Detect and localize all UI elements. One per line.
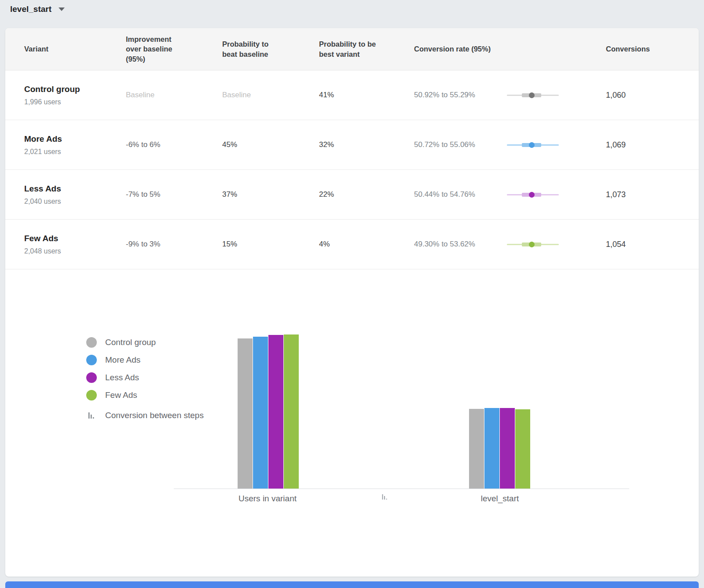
bar-few-ads bbox=[515, 409, 530, 489]
confidence-interval-graphic bbox=[507, 142, 559, 148]
bar-control-group bbox=[469, 409, 484, 489]
bar-chart bbox=[174, 334, 629, 489]
table-row: More Ads 2,021 users -6% to 6% 45% 32% 5… bbox=[5, 120, 699, 170]
confidence-interval-graphic bbox=[507, 92, 559, 99]
conversion-interval-cell bbox=[507, 241, 606, 248]
legend-label: Less Ads bbox=[105, 373, 139, 382]
interval-dot bbox=[529, 92, 535, 98]
prob-best-value: 41% bbox=[319, 91, 414, 99]
variant-name: Less Ads bbox=[24, 184, 126, 194]
variant-name: Control group bbox=[24, 85, 126, 94]
variant-cell: Less Ads 2,040 users bbox=[24, 184, 126, 206]
legend-dot-few-ads bbox=[86, 390, 97, 401]
bar-group-users-in-variant bbox=[238, 334, 299, 489]
conversion-steps-icon bbox=[86, 412, 97, 419]
conversion-rate-range: 50.92% to 55.29% bbox=[414, 91, 507, 99]
table-row: Less Ads 2,040 users -7% to 5% 37% 22% 5… bbox=[5, 170, 699, 220]
prob-best-value: 22% bbox=[319, 190, 414, 199]
conversions-value: 1,073 bbox=[606, 190, 699, 199]
table-row: Control group 1,996 users Baseline Basel… bbox=[5, 70, 699, 120]
interval-dot bbox=[529, 192, 535, 198]
variant-cell: Few Ads 2,048 users bbox=[24, 234, 126, 255]
column-header-prob-beat: Probability to beat baseline bbox=[222, 39, 276, 59]
column-header-prob-best: Probability to be best variant bbox=[319, 39, 377, 59]
bar-group-level-start bbox=[469, 408, 530, 489]
variant-users: 2,040 users bbox=[24, 198, 126, 206]
conversions-value: 1,054 bbox=[606, 240, 699, 249]
column-header-variant: Variant bbox=[24, 44, 126, 54]
variant-name: More Ads bbox=[24, 134, 126, 144]
improvement-value: -9% to 3% bbox=[126, 240, 222, 249]
x-axis-line bbox=[174, 489, 629, 489]
legend-label: More Ads bbox=[105, 355, 140, 365]
conversion-interval-cell bbox=[507, 191, 606, 198]
variant-users: 2,048 users bbox=[24, 247, 126, 255]
legend-dot-more-ads bbox=[86, 355, 97, 365]
conversions-value: 1,060 bbox=[606, 91, 699, 100]
prob-best-value: 4% bbox=[319, 240, 414, 249]
improvement-value: -6% to 6% bbox=[126, 140, 222, 149]
confidence-interval-graphic bbox=[507, 241, 559, 248]
legend-dot-control-group bbox=[86, 337, 97, 348]
column-header-conversion-rate: Conversion rate (95%) bbox=[414, 44, 606, 54]
prob-beat-value: 15% bbox=[222, 240, 319, 249]
improvement-value: -7% to 5% bbox=[126, 190, 222, 199]
confidence-interval-graphic bbox=[507, 191, 559, 198]
prob-best-value: 32% bbox=[319, 140, 414, 149]
variant-users: 2,021 users bbox=[24, 148, 126, 156]
conversions-value: 1,069 bbox=[606, 140, 699, 150]
bar-less-ads bbox=[500, 408, 515, 489]
prob-beat-value: Baseline bbox=[222, 91, 319, 99]
legend-label: Control group bbox=[105, 338, 156, 347]
prob-beat-value: 45% bbox=[222, 140, 319, 149]
x-axis-label-users-in-variant: Users in variant bbox=[238, 494, 297, 503]
bar-less-ads bbox=[268, 335, 283, 489]
legend-label: Few Ads bbox=[105, 390, 137, 400]
x-axis-label-level-start: level_start bbox=[481, 494, 519, 503]
conversion-rate-range: 50.72% to 55.06% bbox=[414, 140, 507, 149]
variant-cell: Control group 1,996 users bbox=[24, 85, 126, 106]
interval-dot bbox=[529, 142, 535, 148]
variant-users: 1,996 users bbox=[24, 98, 126, 106]
metric-selector[interactable]: level_start bbox=[10, 4, 65, 14]
bar-control-group bbox=[238, 338, 253, 489]
conversion-interval-cell bbox=[507, 92, 606, 99]
table-row: Few Ads 2,048 users -9% to 3% 15% 4% 49.… bbox=[5, 220, 699, 269]
conversion-interval-cell bbox=[507, 142, 606, 148]
conversion-rate-range: 49.30% to 53.62% bbox=[414, 240, 507, 249]
column-header-improvement: Improvement over baseline (95%) bbox=[126, 34, 182, 64]
interval-dot bbox=[529, 242, 535, 247]
results-card: Variant Improvement over baseline (95%) … bbox=[5, 28, 699, 577]
bottom-accent-bar bbox=[5, 581, 699, 588]
bar-few-ads bbox=[284, 334, 299, 489]
variant-cell: More Ads 2,021 users bbox=[24, 134, 126, 156]
conversion-steps-icon bbox=[382, 494, 388, 503]
metric-selector-label: level_start bbox=[10, 4, 51, 14]
table-header: Variant Improvement over baseline (95%) … bbox=[5, 28, 699, 70]
bar-more-ads bbox=[484, 408, 499, 489]
improvement-value: Baseline bbox=[126, 91, 222, 99]
variant-name: Few Ads bbox=[24, 234, 126, 243]
bar-more-ads bbox=[253, 337, 268, 489]
column-header-conversions: Conversions bbox=[606, 44, 699, 54]
chevron-down-icon bbox=[59, 7, 65, 11]
prob-beat-value: 37% bbox=[222, 190, 319, 199]
conversion-rate-range: 50.44% to 54.76% bbox=[414, 190, 507, 199]
legend-dot-less-ads bbox=[86, 372, 97, 383]
